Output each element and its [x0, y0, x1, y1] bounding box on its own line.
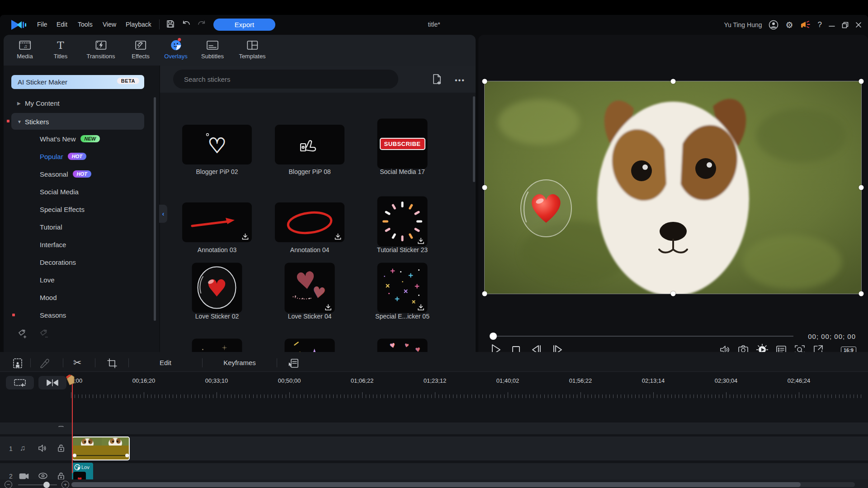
menu-edit[interactable]: Edit: [57, 21, 67, 28]
tab-overlays[interactable]: Overlays: [164, 39, 187, 60]
tab-titles[interactable]: T Titles: [54, 39, 68, 60]
clip-volume-line[interactable]: [74, 455, 128, 456]
preview-seekbar[interactable]: [493, 336, 793, 337]
heart-bubble-overlay[interactable]: [518, 178, 574, 239]
crop-icon[interactable]: [107, 358, 118, 369]
sticker-card[interactable]: [285, 339, 335, 352]
sticker-card[interactable]: [182, 202, 252, 242]
sidebar-item-popular[interactable]: Popular HOT: [4, 149, 153, 164]
tab-media[interactable]: ♫ Media: [17, 39, 33, 60]
resize-handle[interactable]: [482, 291, 487, 296]
restore-window-icon[interactable]: [842, 22, 849, 28]
seekbar-handle[interactable]: [490, 333, 497, 340]
timeline-ruler[interactable]: 0;0000;16;2000;33;1000;50;0001;06;2201;2…: [71, 377, 867, 399]
zoom-slider-track[interactable]: [18, 484, 57, 485]
export-button[interactable]: Export: [213, 19, 275, 31]
save-icon[interactable]: [166, 20, 175, 28]
menu-playback[interactable]: Playback: [126, 21, 151, 28]
sidebar-item-social-media[interactable]: Social Media: [4, 184, 153, 199]
collapse-panel-button[interactable]: ‹: [159, 205, 167, 223]
sticker-card[interactable]: [377, 263, 428, 313]
add-tag-icon[interactable]: [18, 329, 28, 339]
auto-ripple-button[interactable]: [38, 376, 66, 389]
context-menu-icon[interactable]: [288, 358, 299, 369]
help-icon[interactable]: ?: [818, 20, 822, 29]
resize-handle[interactable]: [482, 79, 487, 84]
tab-transitions[interactable]: Transitions: [86, 39, 115, 60]
sticker-card[interactable]: [275, 125, 344, 164]
timeline-scrollbar-track[interactable]: [71, 482, 855, 487]
resize-handle[interactable]: [859, 79, 864, 84]
sidebar-item-tutorial[interactable]: Tutorial: [4, 219, 153, 235]
playhead-handle[interactable]: [65, 374, 75, 385]
sticker-card[interactable]: [377, 197, 428, 247]
lock-track-icon[interactable]: [57, 444, 65, 452]
search-input[interactable]: [173, 70, 398, 89]
sticker-card[interactable]: ♥: [192, 263, 242, 313]
resize-handle[interactable]: [670, 79, 675, 84]
sticker-card[interactable]: ♥ ♥: [285, 263, 335, 313]
razor-icon[interactable]: [39, 358, 51, 369]
timeline-scrollbar-thumb[interactable]: [71, 482, 801, 487]
sidebar-item-decorations[interactable]: Decorations: [4, 254, 153, 270]
megaphone-icon[interactable]: [800, 20, 811, 29]
video-camera-icon[interactable]: [19, 473, 29, 480]
import-file-icon[interactable]: [432, 74, 442, 84]
sidebar-item-seasonal[interactable]: Seasonal HOT: [4, 166, 153, 182]
split-scissors-icon[interactable]: ✂: [73, 357, 81, 369]
more-options-icon[interactable]: •••: [455, 76, 465, 84]
volume-keyframe-dot[interactable]: [125, 454, 129, 457]
resize-handle[interactable]: [482, 185, 487, 190]
tab-templates[interactable]: Templates: [239, 39, 265, 60]
edit-button[interactable]: Edit: [160, 359, 171, 366]
account-icon[interactable]: [769, 20, 778, 30]
menu-tools[interactable]: Tools: [78, 21, 93, 28]
tab-subtitles[interactable]: Subtitles: [201, 39, 224, 60]
sidebar-item-my-content[interactable]: ▶ My Content: [4, 95, 153, 111]
close-icon[interactable]: [855, 22, 862, 28]
keyframes-button[interactable]: Keyframes: [223, 359, 256, 366]
sidebar-item-love[interactable]: Love: [4, 272, 153, 287]
playhead[interactable]: [72, 375, 73, 473]
sidebar-item-whats-new[interactable]: What's New NEW: [4, 131, 153, 146]
sticker-card[interactable]: [192, 339, 242, 352]
mute-track-icon[interactable]: [38, 444, 47, 452]
sidebar-item-seasons[interactable]: Seasons: [4, 307, 153, 323]
zoom-out-button[interactable]: −: [5, 481, 12, 488]
ruler-timestamp: 02;13;14: [642, 377, 665, 384]
storyboard-icon[interactable]: [12, 357, 24, 369]
video-clip[interactable]: [72, 436, 130, 460]
sticker-card[interactable]: ♡: [182, 125, 252, 164]
sticker-card[interactable]: SUBSCRIBE: [377, 119, 428, 169]
tab-effects[interactable]: Effects: [132, 39, 150, 60]
manage-tracks-button[interactable]: [6, 376, 34, 389]
preview-video[interactable]: [485, 81, 861, 294]
sidebar-item-mood[interactable]: Mood: [4, 290, 153, 305]
ruler-timestamp: 01;06;22: [351, 377, 374, 384]
zoom-slider-handle[interactable]: [43, 482, 50, 488]
settings-gear-icon[interactable]: ⚙: [785, 21, 793, 29]
lock-icon[interactable]: [57, 423, 65, 427]
resize-handle[interactable]: [859, 291, 864, 296]
resize-handle[interactable]: [670, 291, 675, 296]
sidebar-scrollbar[interactable]: [154, 97, 156, 321]
sidebar-item-special-effects[interactable]: Special Effects: [4, 202, 153, 217]
remove-tag-icon[interactable]: [40, 329, 50, 339]
redo-icon[interactable]: [197, 20, 206, 28]
zoom-in-button[interactable]: +: [61, 481, 69, 488]
minimize-icon[interactable]: [829, 22, 835, 28]
resize-handle[interactable]: [859, 185, 864, 190]
menu-file[interactable]: File: [37, 21, 47, 28]
sticker-card[interactable]: ♥ ♥ ♥ ♥ ♥ ♥ ♥: [377, 339, 428, 352]
sidebar-item-interface[interactable]: Interface: [4, 237, 153, 252]
menu-view[interactable]: View: [103, 21, 116, 28]
ai-sticker-maker-button[interactable]: AI Sticker Maker BETA: [11, 75, 144, 89]
sticker-card[interactable]: [275, 202, 344, 242]
volume-keyframe-dot[interactable]: [73, 454, 76, 457]
hide-track-icon[interactable]: [38, 472, 48, 479]
sidebar-item-stickers[interactable]: ▼ Stickers: [4, 114, 153, 129]
music-note-icon[interactable]: ♫: [20, 444, 26, 453]
undo-icon[interactable]: [182, 20, 191, 28]
track-row-partial: [0, 422, 868, 434]
grid-scrollbar[interactable]: [473, 96, 475, 182]
